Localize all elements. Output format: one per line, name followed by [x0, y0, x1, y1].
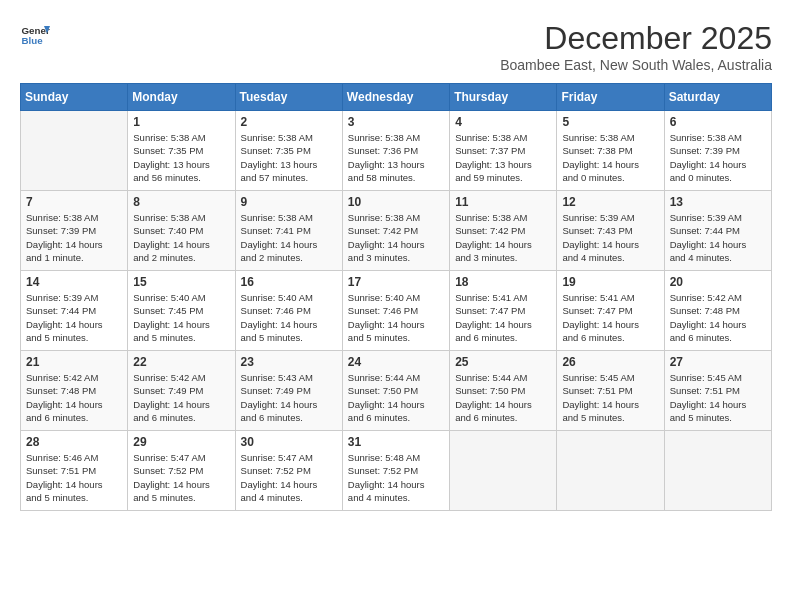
- cell-content: Sunrise: 5:48 AM Sunset: 7:52 PM Dayligh…: [348, 451, 444, 504]
- calendar-cell: 31Sunrise: 5:48 AM Sunset: 7:52 PM Dayli…: [342, 431, 449, 511]
- logo: General Blue: [20, 20, 50, 50]
- cell-content: Sunrise: 5:41 AM Sunset: 7:47 PM Dayligh…: [455, 291, 551, 344]
- day-number: 20: [670, 275, 766, 289]
- day-header-friday: Friday: [557, 84, 664, 111]
- calendar-cell: 3Sunrise: 5:38 AM Sunset: 7:36 PM Daylig…: [342, 111, 449, 191]
- calendar-cell: 24Sunrise: 5:44 AM Sunset: 7:50 PM Dayli…: [342, 351, 449, 431]
- day-number: 13: [670, 195, 766, 209]
- day-header-monday: Monday: [128, 84, 235, 111]
- calendar-cell: [21, 111, 128, 191]
- cell-content: Sunrise: 5:43 AM Sunset: 7:49 PM Dayligh…: [241, 371, 337, 424]
- cell-content: Sunrise: 5:42 AM Sunset: 7:48 PM Dayligh…: [26, 371, 122, 424]
- cell-content: Sunrise: 5:38 AM Sunset: 7:40 PM Dayligh…: [133, 211, 229, 264]
- day-number: 10: [348, 195, 444, 209]
- day-number: 8: [133, 195, 229, 209]
- cell-content: Sunrise: 5:38 AM Sunset: 7:41 PM Dayligh…: [241, 211, 337, 264]
- cell-content: Sunrise: 5:39 AM Sunset: 7:43 PM Dayligh…: [562, 211, 658, 264]
- week-row-1: 1Sunrise: 5:38 AM Sunset: 7:35 PM Daylig…: [21, 111, 772, 191]
- calendar-cell: 10Sunrise: 5:38 AM Sunset: 7:42 PM Dayli…: [342, 191, 449, 271]
- calendar-cell: [664, 431, 771, 511]
- calendar-cell: [450, 431, 557, 511]
- day-header-wednesday: Wednesday: [342, 84, 449, 111]
- calendar-cell: 28Sunrise: 5:46 AM Sunset: 7:51 PM Dayli…: [21, 431, 128, 511]
- calendar-cell: 5Sunrise: 5:38 AM Sunset: 7:38 PM Daylig…: [557, 111, 664, 191]
- calendar-cell: 4Sunrise: 5:38 AM Sunset: 7:37 PM Daylig…: [450, 111, 557, 191]
- week-row-4: 21Sunrise: 5:42 AM Sunset: 7:48 PM Dayli…: [21, 351, 772, 431]
- calendar-cell: 17Sunrise: 5:40 AM Sunset: 7:46 PM Dayli…: [342, 271, 449, 351]
- calendar-cell: 14Sunrise: 5:39 AM Sunset: 7:44 PM Dayli…: [21, 271, 128, 351]
- calendar-cell: 11Sunrise: 5:38 AM Sunset: 7:42 PM Dayli…: [450, 191, 557, 271]
- day-number: 7: [26, 195, 122, 209]
- day-number: 15: [133, 275, 229, 289]
- cell-content: Sunrise: 5:38 AM Sunset: 7:37 PM Dayligh…: [455, 131, 551, 184]
- cell-content: Sunrise: 5:38 AM Sunset: 7:38 PM Dayligh…: [562, 131, 658, 184]
- day-number: 9: [241, 195, 337, 209]
- calendar-cell: 26Sunrise: 5:45 AM Sunset: 7:51 PM Dayli…: [557, 351, 664, 431]
- day-number: 31: [348, 435, 444, 449]
- cell-content: Sunrise: 5:46 AM Sunset: 7:51 PM Dayligh…: [26, 451, 122, 504]
- day-number: 29: [133, 435, 229, 449]
- cell-content: Sunrise: 5:38 AM Sunset: 7:36 PM Dayligh…: [348, 131, 444, 184]
- day-header-sunday: Sunday: [21, 84, 128, 111]
- cell-content: Sunrise: 5:41 AM Sunset: 7:47 PM Dayligh…: [562, 291, 658, 344]
- week-row-2: 7Sunrise: 5:38 AM Sunset: 7:39 PM Daylig…: [21, 191, 772, 271]
- day-number: 2: [241, 115, 337, 129]
- cell-content: Sunrise: 5:40 AM Sunset: 7:46 PM Dayligh…: [348, 291, 444, 344]
- day-header-thursday: Thursday: [450, 84, 557, 111]
- day-header-saturday: Saturday: [664, 84, 771, 111]
- day-number: 14: [26, 275, 122, 289]
- calendar-cell: 29Sunrise: 5:47 AM Sunset: 7:52 PM Dayli…: [128, 431, 235, 511]
- location-subtitle: Boambee East, New South Wales, Australia: [500, 57, 772, 73]
- day-number: 27: [670, 355, 766, 369]
- month-title: December 2025: [500, 20, 772, 57]
- cell-content: Sunrise: 5:39 AM Sunset: 7:44 PM Dayligh…: [670, 211, 766, 264]
- cell-content: Sunrise: 5:40 AM Sunset: 7:45 PM Dayligh…: [133, 291, 229, 344]
- cell-content: Sunrise: 5:38 AM Sunset: 7:39 PM Dayligh…: [670, 131, 766, 184]
- day-number: 4: [455, 115, 551, 129]
- day-number: 11: [455, 195, 551, 209]
- day-header-tuesday: Tuesday: [235, 84, 342, 111]
- logo-icon: General Blue: [20, 20, 50, 50]
- calendar-cell: 15Sunrise: 5:40 AM Sunset: 7:45 PM Dayli…: [128, 271, 235, 351]
- calendar-cell: 9Sunrise: 5:38 AM Sunset: 7:41 PM Daylig…: [235, 191, 342, 271]
- cell-content: Sunrise: 5:38 AM Sunset: 7:35 PM Dayligh…: [241, 131, 337, 184]
- cell-content: Sunrise: 5:44 AM Sunset: 7:50 PM Dayligh…: [348, 371, 444, 424]
- day-number: 5: [562, 115, 658, 129]
- cell-content: Sunrise: 5:42 AM Sunset: 7:49 PM Dayligh…: [133, 371, 229, 424]
- calendar-cell: 30Sunrise: 5:47 AM Sunset: 7:52 PM Dayli…: [235, 431, 342, 511]
- header: General Blue December 2025 Boambee East,…: [20, 20, 772, 73]
- cell-content: Sunrise: 5:44 AM Sunset: 7:50 PM Dayligh…: [455, 371, 551, 424]
- calendar-cell: 12Sunrise: 5:39 AM Sunset: 7:43 PM Dayli…: [557, 191, 664, 271]
- cell-content: Sunrise: 5:39 AM Sunset: 7:44 PM Dayligh…: [26, 291, 122, 344]
- day-number: 17: [348, 275, 444, 289]
- cell-content: Sunrise: 5:38 AM Sunset: 7:42 PM Dayligh…: [455, 211, 551, 264]
- calendar-cell: 18Sunrise: 5:41 AM Sunset: 7:47 PM Dayli…: [450, 271, 557, 351]
- cell-content: Sunrise: 5:47 AM Sunset: 7:52 PM Dayligh…: [133, 451, 229, 504]
- calendar-cell: 19Sunrise: 5:41 AM Sunset: 7:47 PM Dayli…: [557, 271, 664, 351]
- day-number: 28: [26, 435, 122, 449]
- calendar-cell: 8Sunrise: 5:38 AM Sunset: 7:40 PM Daylig…: [128, 191, 235, 271]
- cell-content: Sunrise: 5:40 AM Sunset: 7:46 PM Dayligh…: [241, 291, 337, 344]
- calendar-cell: [557, 431, 664, 511]
- cell-content: Sunrise: 5:45 AM Sunset: 7:51 PM Dayligh…: [562, 371, 658, 424]
- calendar-cell: 22Sunrise: 5:42 AM Sunset: 7:49 PM Dayli…: [128, 351, 235, 431]
- cell-content: Sunrise: 5:45 AM Sunset: 7:51 PM Dayligh…: [670, 371, 766, 424]
- day-number: 25: [455, 355, 551, 369]
- week-row-3: 14Sunrise: 5:39 AM Sunset: 7:44 PM Dayli…: [21, 271, 772, 351]
- day-number: 30: [241, 435, 337, 449]
- day-number: 22: [133, 355, 229, 369]
- calendar-cell: 27Sunrise: 5:45 AM Sunset: 7:51 PM Dayli…: [664, 351, 771, 431]
- calendar-cell: 2Sunrise: 5:38 AM Sunset: 7:35 PM Daylig…: [235, 111, 342, 191]
- cell-content: Sunrise: 5:38 AM Sunset: 7:39 PM Dayligh…: [26, 211, 122, 264]
- calendar-cell: 13Sunrise: 5:39 AM Sunset: 7:44 PM Dayli…: [664, 191, 771, 271]
- day-number: 16: [241, 275, 337, 289]
- cell-content: Sunrise: 5:47 AM Sunset: 7:52 PM Dayligh…: [241, 451, 337, 504]
- calendar-cell: 21Sunrise: 5:42 AM Sunset: 7:48 PM Dayli…: [21, 351, 128, 431]
- title-area: December 2025 Boambee East, New South Wa…: [500, 20, 772, 73]
- week-row-5: 28Sunrise: 5:46 AM Sunset: 7:51 PM Dayli…: [21, 431, 772, 511]
- day-number: 21: [26, 355, 122, 369]
- calendar-cell: 25Sunrise: 5:44 AM Sunset: 7:50 PM Dayli…: [450, 351, 557, 431]
- day-number: 19: [562, 275, 658, 289]
- calendar-cell: 7Sunrise: 5:38 AM Sunset: 7:39 PM Daylig…: [21, 191, 128, 271]
- calendar-cell: 6Sunrise: 5:38 AM Sunset: 7:39 PM Daylig…: [664, 111, 771, 191]
